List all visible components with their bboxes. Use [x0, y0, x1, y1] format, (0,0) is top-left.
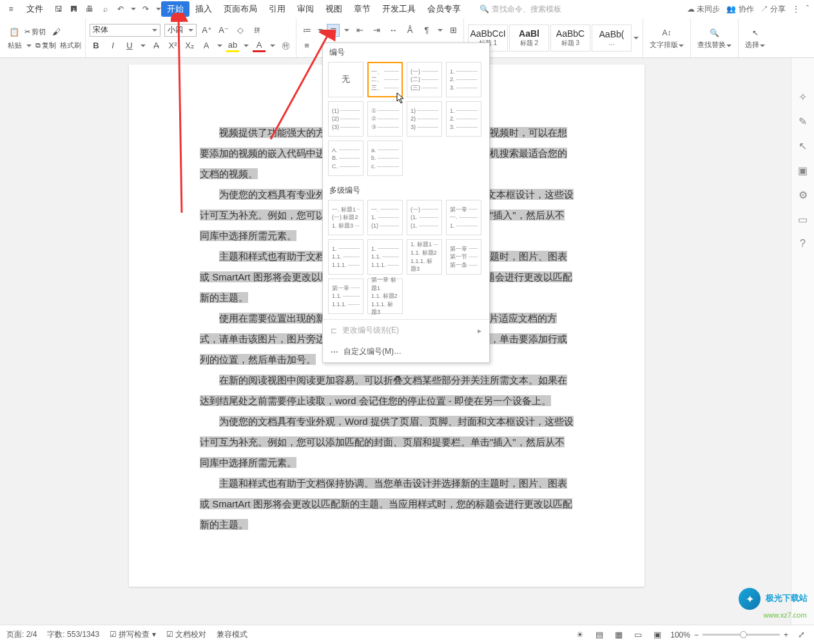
- clear-format-icon[interactable]: ◇: [234, 24, 247, 37]
- bullets-icon[interactable]: ≔: [300, 24, 313, 37]
- underline-icon[interactable]: U: [123, 39, 136, 52]
- paste-icon[interactable]: 📋: [8, 25, 21, 38]
- bold-icon[interactable]: B: [90, 39, 102, 52]
- file-menu[interactable]: 文件: [21, 1, 49, 17]
- word-count[interactable]: 字数: 553/1343: [47, 629, 99, 640]
- grow-font-icon[interactable]: A⁺: [200, 24, 213, 37]
- tab-insert[interactable]: 插入: [189, 1, 218, 17]
- redo-dropdown-icon[interactable]: [156, 8, 161, 10]
- superscript-icon[interactable]: X²: [166, 39, 179, 52]
- zoom-out-icon[interactable]: −: [694, 630, 699, 639]
- find-replace[interactable]: 🔍 查找替换: [691, 18, 739, 57]
- view-web-icon[interactable]: ▦: [612, 629, 625, 641]
- paste-label[interactable]: 粘贴: [8, 41, 22, 50]
- tab-reference[interactable]: 引用: [263, 1, 291, 17]
- subscript-icon[interactable]: X₂: [183, 39, 196, 52]
- style-heading3[interactable]: AaBbC标题 3: [550, 24, 590, 52]
- font-size-select[interactable]: 小四: [164, 24, 197, 37]
- tab-review[interactable]: 审阅: [291, 1, 320, 17]
- multilevel-option[interactable]: 第一章第一节第一条: [446, 239, 481, 275]
- proofing[interactable]: ☑ 文档校对: [166, 629, 206, 640]
- brightness-icon[interactable]: ☀: [574, 629, 586, 641]
- indent-inc-icon[interactable]: ⇥: [370, 24, 383, 37]
- strike-icon[interactable]: A̶: [150, 39, 162, 52]
- numbering-option[interactable]: (1)(2)(3): [328, 101, 363, 137]
- multilevel-option[interactable]: 第一章一.1.: [446, 200, 481, 235]
- view-page-icon[interactable]: ▤: [593, 629, 606, 641]
- sort-icon[interactable]: Å: [403, 24, 416, 37]
- spellcheck-toggle[interactable]: ☑ 拼写检查 ▾: [110, 629, 156, 640]
- select[interactable]: ↖ 选择: [739, 18, 771, 57]
- enclose-icon[interactable]: ㊕: [279, 39, 292, 52]
- collapse-ribbon-icon[interactable]: ˆ: [806, 5, 809, 14]
- styles-dropdown-icon[interactable]: [634, 37, 639, 39]
- style-heading2[interactable]: AaBl标题 2: [509, 24, 549, 52]
- tab-start[interactable]: 开始: [161, 1, 189, 17]
- format-painter-icon[interactable]: 🖌: [50, 25, 63, 38]
- undo-icon[interactable]: ↶: [115, 3, 126, 15]
- numbering-option[interactable]: ①②③: [367, 101, 403, 137]
- multilevel-option[interactable]: 一. 标题1(一) 标题21. 标题3: [328, 200, 363, 235]
- zoom-in-icon[interactable]: +: [784, 630, 788, 639]
- multilevel-option[interactable]: 第一章 标题11.1. 标题21.1.1. 标题3: [367, 278, 403, 314]
- numbering-option[interactable]: A.B.C.: [328, 141, 363, 176]
- sidebar-cursor-icon[interactable]: ↖: [797, 139, 809, 152]
- cut-button[interactable]: ✂ 剪切: [24, 27, 46, 37]
- highlight-icon[interactable]: ab: [226, 39, 239, 52]
- text-effect-icon[interactable]: A: [200, 39, 213, 52]
- sidebar-image-icon[interactable]: ▣: [797, 164, 809, 177]
- print-icon[interactable]: 🖶: [84, 3, 95, 15]
- numbering-option[interactable]: 一、二、三、: [367, 62, 403, 97]
- indent-dec-icon[interactable]: ⇤: [353, 24, 366, 37]
- font-color-icon[interactable]: A: [253, 39, 266, 52]
- fullscreen-icon[interactable]: ⤢: [795, 629, 808, 641]
- copy-button[interactable]: ⧉ 复制: [35, 41, 56, 50]
- multilevel-option[interactable]: 一.1.(1): [367, 200, 403, 235]
- zoom-slider[interactable]: 100% − +: [670, 630, 788, 639]
- shrink-font-icon[interactable]: A⁻: [217, 24, 230, 37]
- tab-stops-icon[interactable]: ⊞: [447, 24, 460, 37]
- numbering-option[interactable]: (一)(二)(三): [407, 62, 442, 97]
- numbering-option-none[interactable]: 无: [328, 62, 363, 97]
- fmt-painter-label[interactable]: 格式刷: [60, 41, 81, 50]
- numbering-option[interactable]: a.b.c.: [367, 141, 403, 176]
- sidebar-gear-icon[interactable]: ⚙: [797, 188, 809, 201]
- preview-icon[interactable]: ⌕: [99, 3, 111, 15]
- numbering-option[interactable]: 1)2)3): [407, 101, 442, 137]
- multilevel-option[interactable]: 第一章1.1.1.1.1.: [328, 278, 363, 314]
- sidebar-rocket-icon[interactable]: ✧: [797, 90, 809, 103]
- font-family-select[interactable]: 宋体: [90, 24, 160, 37]
- multilevel-option[interactable]: (一)(1.(1.: [407, 200, 442, 235]
- save-icon[interactable]: 🖫: [53, 3, 64, 15]
- multilevel-option[interactable]: 1.1.1.1.1.1.: [328, 239, 363, 275]
- numbering-button[interactable]: ≣: [327, 24, 340, 37]
- saveas-icon[interactable]: 🖪: [68, 3, 80, 15]
- more-icon[interactable]: ⋮: [792, 5, 800, 14]
- style-heading4[interactable]: AaBb(…: [592, 24, 632, 52]
- numbering-option[interactable]: 1.2.3.: [446, 62, 481, 97]
- multilevel-option[interactable]: 1. 标题11.1. 标题21.1.1. 标题3: [407, 239, 442, 275]
- multilevel-option[interactable]: 1.1.1.1.1.1.: [367, 239, 403, 275]
- sidebar-pen-icon[interactable]: ✎: [797, 115, 809, 128]
- view-read-icon[interactable]: ▣: [651, 629, 664, 641]
- command-search[interactable]: 🔍 查找命令、搜索模板: [480, 4, 561, 15]
- show-marks-icon[interactable]: ¶: [420, 24, 433, 37]
- page-indicator[interactable]: 页面: 2/4: [6, 629, 37, 640]
- phonetic-icon[interactable]: 拼: [251, 24, 264, 37]
- align-left-icon[interactable]: ≡: [300, 39, 313, 52]
- tab-chapter[interactable]: 章节: [348, 1, 376, 17]
- sync-status[interactable]: ☁ 未同步: [687, 4, 720, 15]
- tab-vip[interactable]: 会员专享: [422, 1, 467, 17]
- italic-icon[interactable]: I: [106, 39, 119, 52]
- tab-layout[interactable]: 页面布局: [218, 1, 263, 17]
- view-outline-icon[interactable]: ▭: [632, 629, 644, 641]
- numbering-option[interactable]: 1.2.3.: [446, 101, 481, 137]
- share-button[interactable]: ↗ 分享: [761, 4, 786, 15]
- hamburger-icon[interactable]: ≡: [5, 3, 17, 15]
- undo-dropdown-icon[interactable]: [131, 8, 136, 10]
- char-scale-icon[interactable]: ↔: [387, 24, 400, 37]
- redo-icon[interactable]: ↷: [140, 3, 151, 15]
- custom-numbering-menuitem[interactable]: ⋯ 自定义编号(M)…: [323, 341, 489, 362]
- tab-devtools[interactable]: 开发工具: [376, 1, 422, 17]
- sidebar-book-icon[interactable]: ▭: [797, 213, 809, 226]
